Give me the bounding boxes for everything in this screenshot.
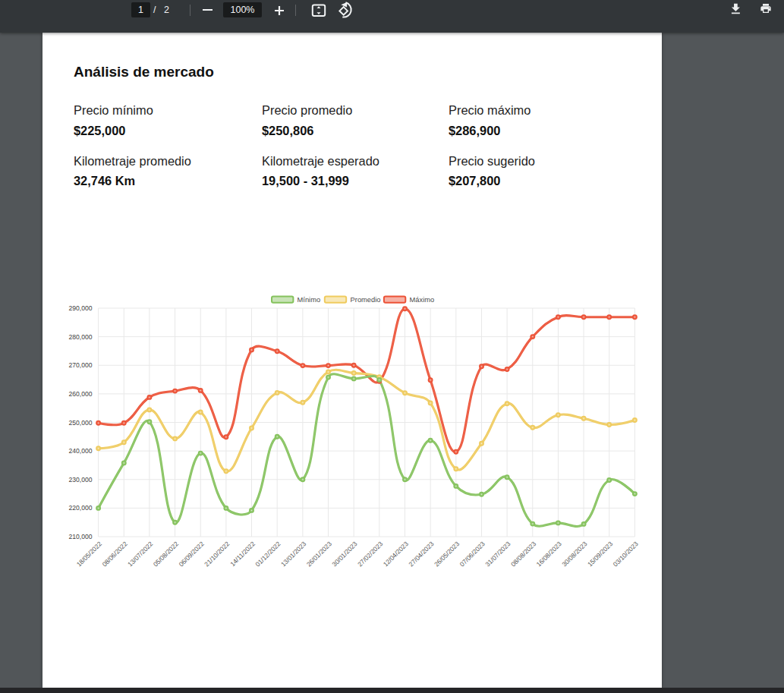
svg-text:Mínimo: Mínimo — [298, 296, 320, 304]
svg-text:26/01/2023: 26/01/2023 — [305, 540, 333, 568]
svg-text:27/02/2023: 27/02/2023 — [356, 540, 384, 568]
svg-text:260,000: 260,000 — [68, 390, 92, 398]
svg-text:290,000: 290,000 — [68, 304, 92, 312]
svg-text:30/01/2023: 30/01/2023 — [330, 540, 358, 568]
svg-text:Máximo: Máximo — [410, 296, 435, 304]
svg-text:Promedio: Promedio — [351, 296, 381, 304]
svg-text:12/04/2023: 12/04/2023 — [382, 540, 410, 568]
svg-text:05/08/2022: 05/08/2022 — [152, 540, 180, 568]
svg-text:14/11/2022: 14/11/2022 — [228, 540, 257, 568]
svg-text:26/05/2023: 26/05/2023 — [433, 540, 461, 568]
svg-text:13/07/2022: 13/07/2022 — [126, 540, 154, 568]
svg-text:06/09/2022: 06/09/2022 — [177, 540, 205, 568]
svg-text:21/10/2022: 21/10/2022 — [203, 540, 231, 568]
svg-text:220,000: 220,000 — [68, 504, 92, 512]
svg-text:210,000: 210,000 — [68, 533, 92, 540]
svg-text:30/08/2023: 30/08/2023 — [560, 540, 588, 568]
svg-text:18/05/2022: 18/05/2022 — [75, 540, 103, 568]
svg-text:270,000: 270,000 — [68, 361, 92, 369]
svg-text:31/07/2023: 31/07/2023 — [483, 540, 512, 568]
svg-text:03/10/2023: 03/10/2023 — [612, 540, 640, 568]
svg-text:13/01/2023: 13/01/2023 — [279, 540, 307, 568]
svg-text:01/12/2022: 01/12/2022 — [253, 540, 282, 568]
svg-text:08/06/2022: 08/06/2022 — [101, 540, 129, 568]
svg-text:280,000: 280,000 — [68, 333, 92, 341]
svg-text:27/04/2023: 27/04/2023 — [407, 540, 435, 568]
svg-text:08/08/2023: 08/08/2023 — [509, 540, 537, 568]
svg-text:07/06/2023: 07/06/2023 — [458, 540, 486, 568]
svg-text:230,000: 230,000 — [68, 476, 92, 484]
svg-text:240,000: 240,000 — [68, 447, 92, 455]
svg-text:15/09/2023: 15/09/2023 — [586, 540, 614, 568]
svg-text:250,000: 250,000 — [68, 419, 92, 427]
svg-text:16/08/2023: 16/08/2023 — [535, 540, 563, 568]
